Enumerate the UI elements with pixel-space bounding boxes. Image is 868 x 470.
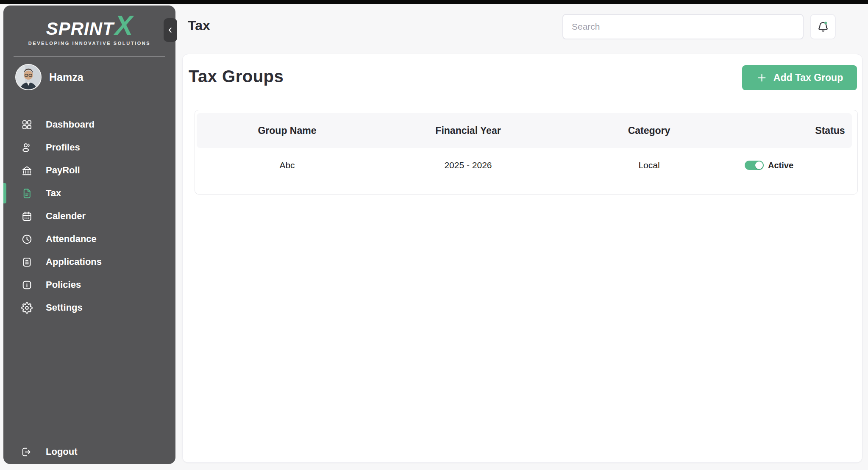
notification-button[interactable] [810,14,836,39]
sidebar-item-label: Applications [46,256,102,267]
column-header-financial-year: Financial Year [378,125,559,136]
sidebar-item-payroll[interactable]: PayRoll [3,159,175,182]
cell-status: Active [740,161,858,170]
add-tax-group-button[interactable]: Add Tax Group [742,65,857,90]
gear-icon [21,302,33,314]
window-top-strip [0,0,868,4]
cell-financial-year: 2025 - 2026 [378,160,559,170]
file-icon [21,188,33,199]
sidebar-item-label: Attendance [46,234,97,245]
sidebar-item-dashboard[interactable]: Dashboard [3,113,175,136]
sidebar-item-label: Profiles [46,142,80,153]
add-tax-group-label: Add Tax Group [773,72,843,83]
bank-icon [21,165,33,176]
search-input[interactable] [562,14,804,39]
logo-tagline: DEVELOPING INNOVATIVE SOLUTIONS [3,41,175,46]
info-icon [21,279,33,291]
column-header-group-name: Group Name [197,125,378,136]
sidebar-item-label: Tax [46,188,61,199]
plus-icon [756,72,768,83]
table-body: Abc2025 - 2026LocalActive [197,148,852,183]
sidebar-collapse-button[interactable] [164,18,177,42]
page-title: Tax [188,18,210,33]
sidebar-item-policies[interactable]: Policies [3,273,175,296]
tax-groups-table: Group NameFinancial YearCategoryStatus A… [195,110,858,195]
sidebar-item-attendance[interactable]: Attendance [3,228,175,250]
user-name: Hamza [49,71,83,83]
logo-text-x: X [115,15,133,36]
chevron-left-icon [166,26,175,34]
status-toggle[interactable] [745,161,764,170]
active-indicator [3,183,6,203]
tax-groups-card: Tax Groups Add Tax Group Group NameFinan… [182,54,862,463]
sidebar-item-label: Calender [46,211,86,222]
sidebar-item-label: PayRoll [46,165,80,176]
logout-label: Logout [46,446,78,457]
grid-icon [21,119,33,131]
avatar [15,64,42,90]
sidebar-item-tax[interactable]: Tax [3,182,175,205]
column-header-status: Status [740,125,858,136]
calendar-icon [21,211,33,222]
sidebar-nav: DashboardProfilesPayRollTaxCalenderAtten… [3,113,175,319]
note-icon [21,256,33,268]
status-label: Active [768,161,793,170]
sidebar-divider [14,56,165,57]
logout-icon [20,446,32,458]
clock-icon [21,234,33,245]
sidebar-item-label: Policies [46,279,81,290]
table-header-row: Group NameFinancial YearCategoryStatus [197,113,852,148]
user-profile[interactable]: Hamza [15,64,83,90]
logout-button[interactable]: Logout [3,440,175,463]
section-title: Tax Groups [189,67,284,86]
column-header-category: Category [559,125,740,136]
sidebar-item-label: Dashboard [46,119,95,130]
sidebar-item-settings[interactable]: Settings [3,296,175,319]
logo-text-sprint: SPRINT [46,19,114,39]
cell-category: Local [559,160,740,170]
users-icon [21,142,33,153]
toggle-knob [755,161,763,169]
bell-icon [817,20,829,33]
logo: SPRINTX DEVELOPING INNOVATIVE SOLUTIONS [3,6,175,46]
sidebar-item-label: Settings [46,302,83,313]
cell-group-name: Abc [197,160,378,170]
sidebar-item-calender[interactable]: Calender [3,205,175,228]
sidebar-item-applications[interactable]: Applications [3,250,175,273]
sidebar: SPRINTX DEVELOPING INNOVATIVE SOLUTIONS [3,6,175,464]
table-row: Abc2025 - 2026LocalActive [197,148,852,183]
sidebar-item-profiles[interactable]: Profiles [3,136,175,159]
